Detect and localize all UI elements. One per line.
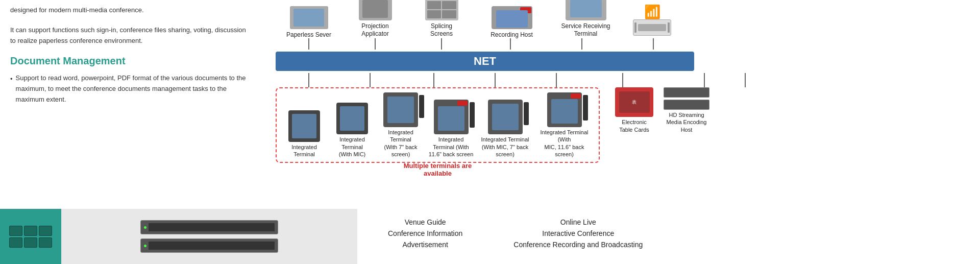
recording-host-icon xyxy=(492,6,532,29)
wifi-icon: 📶 xyxy=(644,5,660,18)
list-item: • Support to read word, powerpoint, PDF … xyxy=(10,73,250,105)
electronic-table-cards: 表 ElectronicTable Cards xyxy=(615,87,653,133)
server-unit xyxy=(9,237,22,248)
bottom-link-3: Advertisement xyxy=(388,241,462,249)
server-unit xyxy=(9,226,22,236)
net-bar: NET xyxy=(276,52,694,71)
intro-text-1: designed for modern multi-media conferen… xyxy=(10,5,250,16)
device-paperless-server: Paperless Sever xyxy=(276,6,342,38)
terminal-2-label: IntegratedTerminal(With MIC) xyxy=(339,136,366,158)
net-bar-container: NET xyxy=(276,52,975,71)
terminal-6-red-btn xyxy=(571,93,581,99)
rack-slot-1 xyxy=(149,223,275,231)
service-terminal-screen xyxy=(570,0,602,17)
terminal-4-red-btn xyxy=(457,101,468,106)
device-projection: ProjectionApplicator xyxy=(342,0,408,38)
terminal-3-label: IntegratedTerminal(With 7" backscreen) xyxy=(384,129,417,158)
intro-text-2: It can support functions such sign-in, c… xyxy=(10,25,250,46)
server-unit xyxy=(24,226,37,236)
table-cards-label: ElectronicTable Cards xyxy=(619,118,649,133)
rack-led-2 xyxy=(144,245,146,247)
bottom-left-col: Venue Guide Conference Information Adver… xyxy=(388,218,462,249)
rack-led-1 xyxy=(144,226,146,229)
bottom-link-6: Conference Recording and Broadcasting xyxy=(513,241,643,249)
bottom-right-col: Online Live Interactive Conference Confe… xyxy=(513,218,643,249)
terminal-3-icon xyxy=(383,92,418,127)
bottom-devices-section xyxy=(61,209,357,264)
bottom-link-1: Venue Guide xyxy=(388,218,462,226)
router-icon xyxy=(633,19,671,36)
bottom-green-section xyxy=(0,209,61,264)
terminal-2: IntegratedTerminal(With MIC) xyxy=(330,103,375,158)
server-unit xyxy=(39,226,52,236)
terminal-1-label: IntegratedTerminal xyxy=(291,143,317,158)
rack-unit-1 xyxy=(140,220,278,234)
server-grid xyxy=(9,226,52,248)
multiple-terminals-text: Multiple terminals areavailable xyxy=(404,162,472,177)
terminal-6: Integrated Terminal (WithMIC, 11.6" back… xyxy=(535,92,594,158)
hd-streaming-host: HD StreamingMedia EncodingHost xyxy=(664,87,709,133)
connector-lines-bottom xyxy=(276,73,761,87)
terminal-1-icon xyxy=(288,110,320,142)
terminal-4: IntegratedTerminal (With11.6" back scree… xyxy=(427,100,475,158)
splicing-icon xyxy=(425,0,458,20)
server-unit xyxy=(39,237,52,248)
terminal-6-icon xyxy=(547,92,582,127)
doc-management-title: Document Management xyxy=(10,55,250,67)
bottom-link-5: Interactive Conference xyxy=(513,229,643,237)
paperless-server-label: Paperless Sever xyxy=(286,31,331,38)
recording-host-label: Recording Host xyxy=(491,31,533,38)
paperless-server-icon xyxy=(290,6,328,29)
bottom-link-4: Online Live xyxy=(513,218,643,226)
terminals-dashed-box: IntegratedTerminal IntegratedTerminal(Wi… xyxy=(276,87,600,163)
projection-label: ProjectionApplicator xyxy=(361,22,388,38)
rack-slot-2 xyxy=(149,242,275,250)
server-unit xyxy=(24,237,37,248)
terminal-4-icon xyxy=(434,100,469,134)
terminal-4-label: IntegratedTerminal (With11.6" back scree… xyxy=(429,136,474,158)
connector-lines-top xyxy=(276,38,694,50)
projection-icon xyxy=(359,0,392,20)
bottom-link-2: Conference Information xyxy=(388,229,462,237)
bullet-dot: • xyxy=(10,74,13,85)
terminal-2-icon xyxy=(336,103,368,134)
bottom-links-section: Venue Guide Conference Information Adver… xyxy=(357,209,980,264)
table-cards-icon: 表 xyxy=(615,87,653,117)
recording-screen xyxy=(496,10,528,28)
bullet-text: Support to read word, powerpoint, PDF fo… xyxy=(16,73,250,105)
service-terminal-icon xyxy=(566,0,606,20)
hd-streaming-icon xyxy=(664,87,709,110)
terminal-3: IntegratedTerminal(With 7" backscreen) xyxy=(378,92,424,158)
device-splicing: SplicingScreens xyxy=(408,0,475,38)
rack-unit-2 xyxy=(140,238,278,253)
terminal-5-icon xyxy=(488,100,523,134)
terminal-5-label: Integrated Terminal(With MIC, 7" backscr… xyxy=(481,136,529,158)
terminal-5: Integrated Terminal(With MIC, 7" backscr… xyxy=(478,100,532,158)
device-service-terminal: Service ReceivingTerminal xyxy=(549,0,623,38)
terminals-row: IntegratedTerminal IntegratedTerminal(Wi… xyxy=(276,87,975,163)
splicing-label: SplicingScreens xyxy=(430,22,453,38)
service-terminal-label: Service ReceivingTerminal xyxy=(561,22,610,38)
wifi-router-area: 📶 xyxy=(633,5,671,36)
device-recording-host: Recording Host xyxy=(475,6,549,38)
right-extra-devices: 表 ElectronicTable Cards HD StreamingMedi… xyxy=(615,87,709,133)
bullet-list: • Support to read word, powerpoint, PDF … xyxy=(10,73,250,105)
terminal-6-label: Integrated Terminal (WithMIC, 11.6" back… xyxy=(535,129,594,158)
terminal-1: IntegratedTerminal xyxy=(282,110,327,158)
hd-streaming-label: HD StreamingMedia EncodingHost xyxy=(667,111,707,133)
bottom-strip: Venue Guide Conference Information Adver… xyxy=(0,209,980,264)
